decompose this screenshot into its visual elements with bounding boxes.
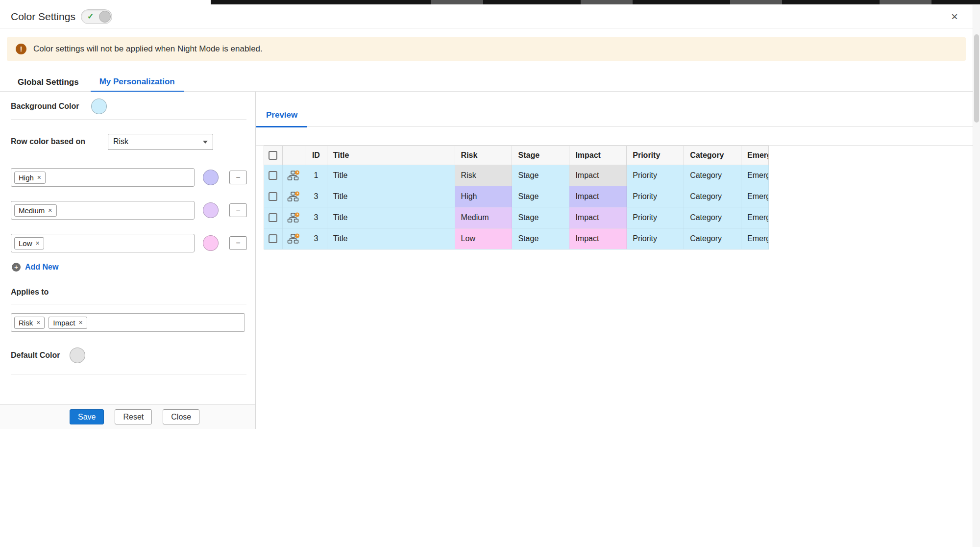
icon-cell bbox=[283, 186, 305, 207]
cell-emergency: Emerg bbox=[741, 186, 769, 207]
background-window-tab bbox=[880, 0, 931, 4]
background-window-tab bbox=[581, 0, 633, 4]
background-color-row: Background Color bbox=[11, 96, 107, 117]
cell-emergency: Emerg bbox=[741, 207, 769, 228]
checkbox-cell bbox=[264, 228, 283, 249]
preview-table: ID Title Risk Stage Impact Priority Cate… bbox=[264, 146, 769, 249]
tag-chip: Impact × bbox=[49, 317, 87, 329]
color-rule-row: High × − bbox=[11, 168, 247, 187]
cell-priority: Priority bbox=[627, 165, 684, 186]
icon-cell bbox=[283, 207, 305, 228]
background-color-swatch[interactable] bbox=[91, 99, 107, 114]
column-header-priority[interactable]: Priority bbox=[627, 146, 684, 165]
row-checkbox[interactable] bbox=[269, 234, 277, 243]
settings-tabs: Global Settings My Personalization bbox=[0, 73, 973, 92]
divider bbox=[11, 374, 246, 374]
cell-risk: Low bbox=[455, 228, 513, 249]
tab-global-settings[interactable]: Global Settings bbox=[18, 74, 79, 91]
tag-chip: Risk × bbox=[14, 317, 45, 329]
cell-title: Title bbox=[327, 228, 455, 249]
rule-value-input[interactable]: Low × bbox=[11, 234, 195, 252]
add-new-link[interactable]: + Add New bbox=[12, 263, 58, 272]
settings-footer: Save Reset Close bbox=[0, 404, 255, 429]
cell-id: 3 bbox=[305, 186, 327, 207]
cell-risk: Risk bbox=[455, 165, 513, 186]
cell-stage: Stage bbox=[512, 186, 569, 207]
icon-cell bbox=[283, 228, 305, 249]
cell-category: Category bbox=[684, 165, 741, 186]
background-window-strip bbox=[0, 0, 980, 5]
cell-impact: Impact bbox=[569, 186, 627, 207]
header-icon-cell bbox=[283, 146, 305, 165]
tab-preview[interactable]: Preview bbox=[256, 110, 307, 127]
add-new-label: Add New bbox=[25, 263, 58, 272]
row-color-field-select[interactable]: Risk bbox=[108, 134, 213, 150]
table-row: 3 Title Medium Stage Impact Priority Cat… bbox=[264, 207, 769, 228]
tag-chip-label: Risk bbox=[19, 319, 33, 327]
column-header-id[interactable]: ID bbox=[305, 146, 327, 165]
background-window-tab bbox=[730, 0, 782, 4]
row-checkbox[interactable] bbox=[269, 192, 277, 201]
remove-rule-button[interactable]: − bbox=[229, 171, 247, 184]
column-header-stage[interactable]: Stage bbox=[512, 146, 569, 165]
rule-value-input[interactable]: Medium × bbox=[11, 201, 195, 220]
cell-risk: Medium bbox=[455, 207, 513, 228]
preview-panel: Preview ID Title Risk Stage Impact Prior… bbox=[256, 92, 973, 429]
default-color-swatch[interactable] bbox=[70, 348, 85, 363]
rule-color-swatch[interactable] bbox=[203, 235, 219, 251]
save-button[interactable]: Save bbox=[70, 409, 104, 424]
cell-impact: Impact bbox=[569, 165, 627, 186]
background-window-tab bbox=[431, 0, 483, 4]
color-settings-toggle[interactable]: ✓ bbox=[81, 9, 112, 24]
rule-value-input[interactable]: High × bbox=[11, 168, 195, 187]
hierarchy-clock-icon bbox=[287, 191, 300, 202]
column-header-title[interactable]: Title bbox=[327, 146, 455, 165]
column-header-emergency[interactable]: Emerg bbox=[741, 146, 769, 165]
select-all-checkbox[interactable] bbox=[269, 151, 277, 160]
reset-button[interactable]: Reset bbox=[115, 409, 152, 424]
tag-chip: Low × bbox=[14, 237, 44, 249]
cell-id: 3 bbox=[305, 207, 327, 228]
close-button[interactable]: Close bbox=[163, 409, 199, 424]
rule-color-swatch[interactable] bbox=[203, 202, 219, 218]
remove-tag-icon[interactable]: × bbox=[78, 319, 82, 326]
plus-icon: + bbox=[12, 263, 21, 272]
remove-rule-button[interactable]: − bbox=[229, 236, 247, 250]
cell-emergency: Emerg bbox=[741, 228, 769, 249]
hierarchy-clock-icon bbox=[287, 233, 300, 244]
tag-chip-label: Medium bbox=[19, 206, 45, 215]
cell-title: Title bbox=[327, 186, 455, 207]
cell-risk: High bbox=[455, 186, 513, 207]
column-header-impact[interactable]: Impact bbox=[569, 146, 627, 165]
column-header-risk[interactable]: Risk bbox=[455, 146, 513, 165]
cell-priority: Priority bbox=[627, 228, 684, 249]
vertical-scrollbar[interactable] bbox=[973, 5, 980, 547]
scrollbar-thumb[interactable] bbox=[974, 34, 979, 123]
checkbox-cell bbox=[264, 207, 283, 228]
header-checkbox-cell bbox=[264, 146, 283, 165]
table-row: 1 Title Risk Stage Impact Priority Categ… bbox=[264, 165, 769, 186]
checkbox-cell bbox=[264, 186, 283, 207]
rule-color-swatch[interactable] bbox=[203, 170, 219, 185]
hierarchy-clock-icon bbox=[287, 170, 300, 181]
color-settings-dialog: Color Settings ✓ × ! Color settings will… bbox=[0, 5, 980, 547]
row-checkbox[interactable] bbox=[269, 171, 277, 180]
close-icon[interactable]: × bbox=[951, 10, 958, 24]
remove-tag-icon[interactable]: × bbox=[36, 240, 40, 247]
cell-priority: Priority bbox=[627, 207, 684, 228]
row-checkbox[interactable] bbox=[269, 213, 277, 222]
remove-tag-icon[interactable]: × bbox=[48, 207, 52, 214]
tag-chip-label: Low bbox=[19, 239, 32, 248]
tab-my-personalization[interactable]: My Personalization bbox=[91, 73, 184, 92]
dialog-title: Color Settings bbox=[11, 5, 75, 28]
color-rule-row: Low × − bbox=[11, 234, 247, 252]
checkbox-cell bbox=[264, 165, 283, 186]
remove-tag-icon[interactable]: × bbox=[37, 174, 41, 181]
remove-rule-button[interactable]: − bbox=[229, 203, 247, 217]
applies-to-input[interactable]: Risk × Impact × bbox=[11, 313, 245, 332]
column-header-category[interactable]: Category bbox=[684, 146, 741, 165]
row-color-based-on-label: Row color based on bbox=[11, 137, 108, 146]
cell-stage: Stage bbox=[512, 207, 569, 228]
cell-id: 1 bbox=[305, 165, 327, 186]
remove-tag-icon[interactable]: × bbox=[36, 319, 40, 326]
